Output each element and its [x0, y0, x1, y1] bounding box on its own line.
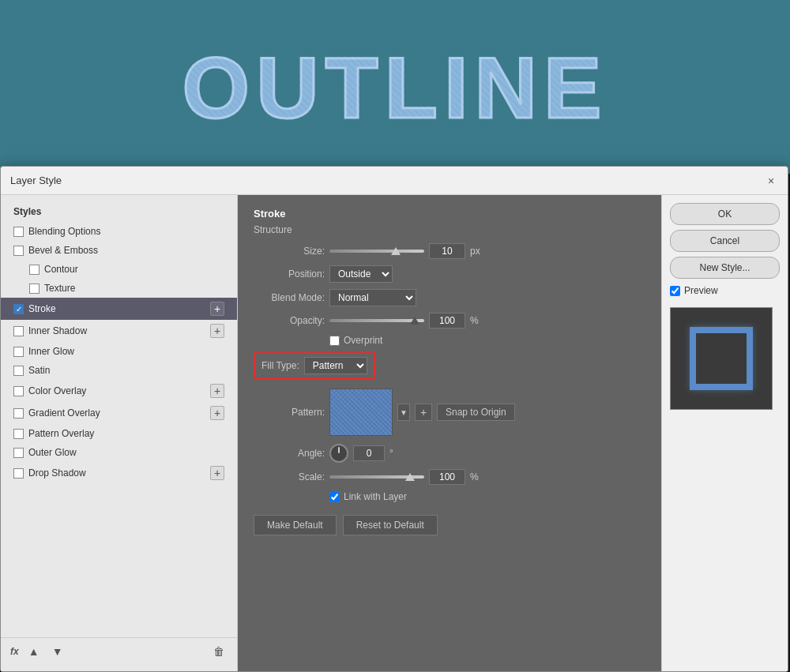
size-input[interactable]: [429, 243, 465, 259]
inner-shadow-label: Inner Shadow: [28, 325, 87, 336]
opacity-slider-thumb[interactable]: [410, 317, 419, 325]
link-with-layer-checkbox[interactable]: [329, 492, 340, 502]
cancel-button[interactable]: Cancel: [670, 230, 780, 252]
pattern-add-button[interactable]: +: [415, 404, 432, 421]
fx-down-button[interactable]: ▼: [49, 643, 66, 660]
sidebar-item-color-overlay[interactable]: Color Overlay +: [1, 380, 237, 402]
overprint-label: Overprint: [344, 335, 382, 346]
reset-to-default-button[interactable]: Reset to Default: [343, 515, 438, 535]
color-overlay-add-button[interactable]: +: [210, 384, 224, 398]
overprint-row: Overprint: [329, 335, 645, 346]
styles-label: Styles: [1, 201, 237, 222]
opacity-row: Opacity: %: [254, 313, 645, 328]
scale-unit: %: [470, 471, 479, 482]
new-style-button[interactable]: New Style...: [670, 257, 780, 279]
drop-shadow-add-button[interactable]: +: [210, 466, 224, 480]
position-select[interactable]: Outside Inside Center: [329, 265, 393, 283]
opacity-slider-track[interactable]: [329, 319, 424, 322]
opacity-unit: %: [470, 315, 479, 326]
size-slider-thumb[interactable]: [391, 247, 401, 255]
preview-label: Preview: [684, 285, 718, 296]
satin-label: Satin: [28, 365, 50, 376]
scale-slider-container: [329, 475, 424, 479]
opacity-input[interactable]: [429, 313, 465, 328]
inner-glow-checkbox[interactable]: [13, 347, 24, 357]
blend-mode-select[interactable]: Normal Multiply Screen Overlay: [329, 289, 416, 306]
pattern-overlay-checkbox[interactable]: [13, 429, 24, 439]
sidebar-item-gradient-overlay[interactable]: Gradient Overlay +: [1, 402, 237, 424]
contour-checkbox[interactable]: [29, 265, 40, 275]
texture-label: Texture: [44, 283, 75, 294]
fill-type-label: Fill Type:: [261, 360, 299, 371]
blend-mode-row: Blend Mode: Normal Multiply Screen Overl…: [254, 289, 645, 306]
right-panel: OK Cancel New Style... Preview: [661, 195, 788, 671]
drop-shadow-checkbox[interactable]: [13, 468, 24, 479]
close-button[interactable]: ×: [764, 174, 778, 188]
color-overlay-label: Color Overlay: [28, 385, 86, 396]
size-slider-container: [329, 250, 424, 253]
blending-options-checkbox[interactable]: [13, 227, 24, 237]
stroke-label: Stroke: [28, 303, 56, 314]
bottom-buttons: Make Default Reset to Default: [254, 515, 645, 535]
link-with-layer-label: Link with Layer: [344, 491, 407, 502]
inner-shadow-add-button[interactable]: +: [210, 324, 224, 338]
blending-options-label: Blending Options: [28, 226, 100, 237]
size-row: Size: px: [254, 243, 645, 259]
stroke-checkbox[interactable]: ✓: [13, 304, 24, 314]
position-row: Position: Outside Inside Center: [254, 265, 645, 283]
inner-shadow-checkbox[interactable]: [13, 326, 24, 336]
texture-checkbox[interactable]: [29, 283, 40, 294]
overprint-checkbox[interactable]: [329, 336, 340, 346]
sidebar-item-texture[interactable]: Texture: [1, 279, 237, 298]
bevel-emboss-label: Bevel & Emboss: [28, 245, 98, 256]
sidebar-item-inner-shadow[interactable]: Inner Shadow +: [1, 320, 237, 342]
pattern-label: Pattern:: [254, 407, 325, 418]
sidebar-item-pattern-overlay[interactable]: Pattern Overlay: [1, 424, 237, 443]
stroke-add-button[interactable]: +: [210, 302, 224, 316]
center-panel: Stroke Structure Size: px Position: Outs…: [238, 195, 661, 671]
fx-label: fx: [10, 646, 19, 657]
position-label: Position:: [254, 268, 325, 280]
sidebar-item-blending-options[interactable]: Blending Options: [1, 222, 237, 241]
sidebar-item-drop-shadow[interactable]: Drop Shadow +: [1, 462, 237, 484]
gradient-overlay-checkbox[interactable]: [13, 408, 24, 419]
left-panel: Styles Blending Options Bevel & Emboss C…: [1, 195, 238, 671]
scale-slider-thumb[interactable]: [405, 473, 415, 481]
scale-label: Scale:: [254, 471, 325, 482]
sidebar-item-stroke[interactable]: ✓ Stroke +: [1, 298, 237, 320]
outer-glow-checkbox[interactable]: [13, 448, 24, 458]
preview-checkbox[interactable]: [670, 286, 680, 296]
fx-delete-button[interactable]: 🗑: [210, 643, 228, 660]
snap-to-origin-button[interactable]: Snap to Origin: [437, 404, 515, 421]
angle-label: Angle:: [254, 448, 325, 459]
pattern-preview[interactable]: [329, 389, 393, 436]
color-overlay-checkbox[interactable]: [13, 386, 24, 396]
sidebar-item-contour[interactable]: Contour: [1, 260, 237, 279]
sidebar-item-satin[interactable]: Satin: [1, 361, 237, 380]
sidebar-item-outer-glow[interactable]: Outer Glow: [1, 443, 237, 462]
gradient-overlay-label: Gradient Overlay: [28, 407, 100, 419]
bevel-emboss-checkbox[interactable]: [13, 246, 24, 256]
fx-up-button[interactable]: ▲: [25, 643, 43, 660]
angle-input[interactable]: [353, 445, 385, 461]
scale-input[interactable]: [429, 469, 465, 485]
size-slider-track[interactable]: [329, 250, 424, 253]
ok-button[interactable]: OK: [670, 203, 780, 225]
satin-checkbox[interactable]: [13, 366, 24, 376]
make-default-button[interactable]: Make Default: [254, 515, 337, 535]
angle-knob[interactable]: [329, 444, 348, 463]
sidebar-item-inner-glow[interactable]: Inner Glow: [1, 342, 237, 361]
fill-type-select[interactable]: Pattern Color Gradient: [304, 357, 367, 374]
scale-slider-track[interactable]: [329, 475, 424, 479]
pattern-dropdown-button[interactable]: ▼: [397, 404, 410, 421]
fx-bar: fx ▲ ▼ 🗑: [1, 637, 237, 665]
stroke-heading: Stroke: [254, 208, 645, 220]
dialog-title-bar: Layer Style ×: [1, 167, 788, 195]
sidebar-item-bevel-emboss[interactable]: Bevel & Emboss: [1, 241, 237, 260]
contour-label: Contour: [44, 264, 78, 275]
inner-glow-label: Inner Glow: [28, 346, 74, 357]
drop-shadow-label: Drop Shadow: [28, 467, 86, 479]
layer-style-dialog: Layer Style × Styles Blending Options Be…: [0, 166, 788, 672]
pattern-overlay-label: Pattern Overlay: [28, 428, 94, 439]
gradient-overlay-add-button[interactable]: +: [210, 406, 224, 420]
